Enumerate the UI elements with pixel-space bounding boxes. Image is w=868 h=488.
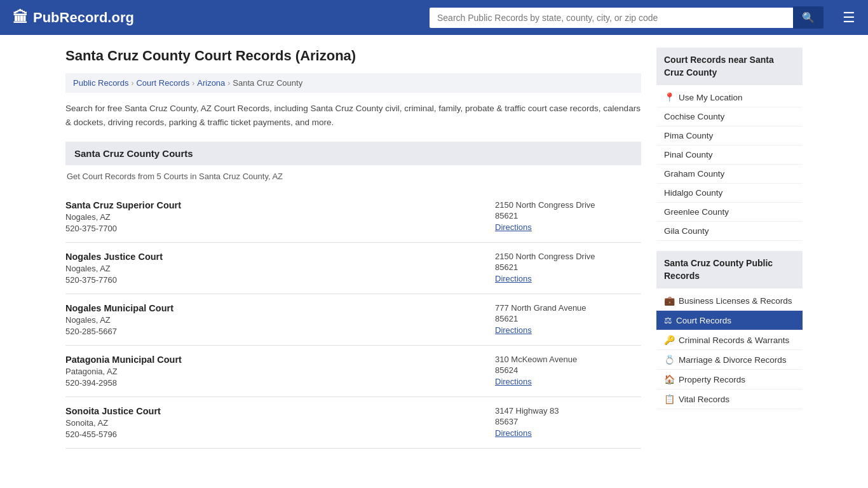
court-info: Patagonia Municipal Court Patagonia, AZ … xyxy=(65,355,182,388)
courts-section-header: Santa Cruz County Courts xyxy=(65,142,641,165)
court-address: 2150 North Congress Drive 85621 Directio… xyxy=(495,252,641,283)
court-address: 3147 Highway 83 85637 Directions xyxy=(495,406,641,438)
court-address-line2: 85621 xyxy=(495,314,641,323)
sidebar-record-icon: 📋 xyxy=(664,394,675,404)
nearby-greenlee[interactable]: Greenlee County xyxy=(656,203,803,222)
directions-link[interactable]: Directions xyxy=(495,377,532,386)
breadcrumb-public-records[interactable]: Public Records xyxy=(73,78,128,88)
public-records-item[interactable]: 💍 Marriage & Divorce Records xyxy=(656,350,803,370)
site-logo[interactable]: 🏛 PubRecord.org xyxy=(13,9,134,27)
directions-link[interactable]: Directions xyxy=(495,274,532,283)
court-address-line2: 85624 xyxy=(495,365,641,375)
sidebar-record-icon: 🔑 xyxy=(664,335,675,345)
public-records-link[interactable]: Property Records xyxy=(679,375,745,384)
court-phone: 520-375-7760 xyxy=(65,275,163,285)
breadcrumb-current: Santa Cruz County xyxy=(233,78,302,88)
page-content: Santa Cruz County Court Records (Arizona… xyxy=(53,35,815,461)
menu-icon[interactable]: ☰ xyxy=(843,10,855,26)
pin-icon: 📍 xyxy=(664,92,675,102)
court-info: Nogales Municipal Court Nogales, AZ 520-… xyxy=(65,303,173,336)
public-records-link[interactable]: Court Records xyxy=(676,316,731,325)
sidebar-record-icon: 🏠 xyxy=(664,374,675,384)
header: 🏛 PubRecord.org 🔍 ☰ xyxy=(0,0,868,35)
court-name: Nogales Municipal Court xyxy=(65,303,173,313)
court-address-line1: 777 North Grand Avenue xyxy=(495,303,641,313)
public-records-item[interactable]: 🔑 Criminal Records & Warrants xyxy=(656,330,803,350)
public-records-link[interactable]: Business Licenses & Records xyxy=(679,296,792,306)
directions-link[interactable]: Directions xyxy=(495,325,532,335)
logo-text: PubRecord.org xyxy=(33,10,134,26)
court-city: Nogales, AZ xyxy=(65,212,181,222)
court-name: Nogales Justice Court xyxy=(65,252,163,262)
court-address-line1: 2150 North Congress Drive xyxy=(495,200,641,210)
court-name: Santa Cruz Superior Court xyxy=(65,200,181,210)
court-entry: Sonoita Justice Court Sonoita, AZ 520-45… xyxy=(65,397,641,449)
court-info: Nogales Justice Court Nogales, AZ 520-37… xyxy=(65,252,163,285)
public-records-section-title: Santa Cruz County Public Records xyxy=(656,251,803,288)
court-entry: Nogales Justice Court Nogales, AZ 520-37… xyxy=(65,243,641,294)
search-button[interactable]: 🔍 xyxy=(793,6,824,29)
court-city: Nogales, AZ xyxy=(65,264,163,273)
court-phone: 520-285-5667 xyxy=(65,327,173,336)
use-my-location[interactable]: 📍 Use My Location xyxy=(656,88,803,107)
breadcrumb-sep-3: › xyxy=(227,79,230,88)
court-address-line2: 85621 xyxy=(495,211,641,220)
court-address-line2: 85621 xyxy=(495,262,641,272)
court-address: 777 North Grand Avenue 85621 Directions xyxy=(495,303,641,335)
court-address-line2: 85637 xyxy=(495,417,641,426)
public-records-item[interactable]: ⚖ Court Records xyxy=(656,311,803,330)
court-phone: 520-455-5796 xyxy=(65,430,161,439)
court-phone: 520-394-2958 xyxy=(65,378,182,388)
nearby-pima[interactable]: Pima County xyxy=(656,126,803,146)
public-records-list: 💼 Business Licenses & Records ⚖ Court Re… xyxy=(656,291,803,409)
public-records-link[interactable]: Criminal Records & Warrants xyxy=(679,336,789,345)
search-bar: 🔍 xyxy=(430,6,824,29)
courts-section-subheader: Get Court Records from 5 Courts in Santa… xyxy=(65,172,641,181)
page-title: Santa Cruz County Court Records (Arizona… xyxy=(65,48,641,64)
court-address-line1: 3147 Highway 83 xyxy=(495,406,641,416)
courts-list: Santa Cruz Superior Court Nogales, AZ 52… xyxy=(65,191,641,449)
public-records-item[interactable]: 📋 Vital Records xyxy=(656,390,803,409)
nearby-counties-list: 📍 Use My Location Cochise County Pima Co… xyxy=(656,88,803,241)
page-description: Search for free Santa Cruz County, AZ Co… xyxy=(65,102,641,129)
public-records-link[interactable]: Marriage & Divorce Records xyxy=(679,355,787,365)
directions-link[interactable]: Directions xyxy=(495,222,532,232)
main-column: Santa Cruz County Court Records (Arizona… xyxy=(65,48,641,449)
logo-icon: 🏛 xyxy=(13,9,28,27)
court-phone: 520-375-7700 xyxy=(65,224,181,233)
court-address-line1: 2150 North Congress Drive xyxy=(495,252,641,261)
nearby-gila[interactable]: Gila County xyxy=(656,222,803,241)
court-city: Patagonia, AZ xyxy=(65,367,182,376)
breadcrumb-court-records[interactable]: Court Records xyxy=(136,78,189,88)
public-records-item[interactable]: 💼 Business Licenses & Records xyxy=(656,291,803,311)
court-city: Nogales, AZ xyxy=(65,315,173,325)
directions-link[interactable]: Directions xyxy=(495,428,532,438)
court-address-line1: 310 McKeown Avenue xyxy=(495,355,641,364)
nearby-section-title: Court Records near Santa Cruz County xyxy=(656,48,803,85)
court-entry: Nogales Municipal Court Nogales, AZ 520-… xyxy=(65,294,641,346)
public-records-item[interactable]: 🏠 Property Records xyxy=(656,370,803,390)
sidebar-record-icon: 💍 xyxy=(664,355,675,365)
court-entry: Santa Cruz Superior Court Nogales, AZ 52… xyxy=(65,191,641,243)
court-city: Sonoita, AZ xyxy=(65,418,161,428)
public-records-link[interactable]: Vital Records xyxy=(679,395,729,404)
breadcrumb: Public Records › Court Records › Arizona… xyxy=(65,73,641,93)
court-address: 310 McKeown Avenue 85624 Directions xyxy=(495,355,641,386)
court-info: Sonoita Justice Court Sonoita, AZ 520-45… xyxy=(65,406,161,439)
breadcrumb-sep-2: › xyxy=(192,79,194,88)
nearby-graham[interactable]: Graham County xyxy=(656,165,803,184)
court-info: Santa Cruz Superior Court Nogales, AZ 52… xyxy=(65,200,181,233)
court-entry: Patagonia Municipal Court Patagonia, AZ … xyxy=(65,346,641,397)
search-input[interactable] xyxy=(430,8,793,28)
nearby-cochise[interactable]: Cochise County xyxy=(656,107,803,126)
court-name: Patagonia Municipal Court xyxy=(65,355,182,365)
breadcrumb-arizona[interactable]: Arizona xyxy=(197,78,225,88)
court-address: 2150 North Congress Drive 85621 Directio… xyxy=(495,200,641,232)
court-name: Sonoita Justice Court xyxy=(65,406,161,416)
use-location-label: Use My Location xyxy=(679,93,743,102)
nearby-pinal[interactable]: Pinal County xyxy=(656,146,803,165)
nearby-hidalgo[interactable]: Hidalgo County xyxy=(656,184,803,203)
breadcrumb-sep-1: › xyxy=(131,79,133,88)
sidebar-record-icon: ⚖ xyxy=(664,315,672,325)
sidebar-record-icon: 💼 xyxy=(664,295,675,306)
